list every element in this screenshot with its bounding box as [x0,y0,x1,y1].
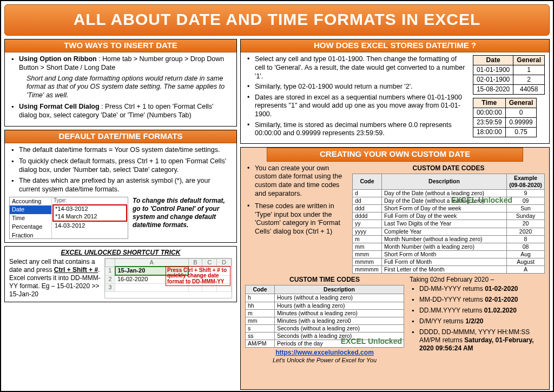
dc-r: yyyy [353,228,382,235]
defaults-side-note: To change this default format, go to 'Co… [133,197,232,229]
dc-r: Complete Year [382,228,507,235]
insert-list: Using Option on Ribbon : Home tab > Numb… [9,55,232,119]
dc-r: Day of the Date (without a leading zero) [382,189,507,197]
time-codes-wrap: CUSTOM TIME CODES Code Description hHour… [245,276,404,364]
category-list: Accounting Date Time Percentage Fraction [10,197,52,238]
defaults-list: The default date/time formats = Your OS … [9,146,232,194]
dc-r: mmmmm [353,266,382,274]
dc-r: yy [353,220,382,228]
stores-title: HOW DOES EXCEL STORES DATE/TIME ? [241,39,549,53]
custom-p1: You can create your own custom date form… [247,164,348,198]
ret-3: DD.MM.YYYY returns 01.02.2020 [412,307,545,315]
defaults-b3: The dates which are prefixed by an aster… [11,177,232,194]
right-column: HOW DOES EXCEL STORES DATE/TIME ? Select… [240,39,550,390]
tc-r: Hours (with a leading zero) [275,302,404,309]
tt-r1c1: 00:00:00 [473,108,505,118]
dc-r: 08 [507,243,545,250]
tc-h1: Code [246,285,275,294]
defaults-b2: To quickly check default formats, press … [11,157,232,174]
dt-r3c2: 44058 [513,85,545,95]
row2-h: 2 [105,275,115,283]
dc-h2: Description [382,174,507,189]
shortcut-row: Select any cell that contains a date and… [9,258,232,298]
example-returns: Taking 02nd February 2020 – DD-MM-YYYY r… [410,276,545,364]
shortcut-title: EXCEL UNLOCKED SHORTCUT TRICK [9,249,232,257]
cat-fraction: Fraction [10,231,51,239]
mini-sheet: A B C D 1 15-Jan-20 2 [104,258,232,298]
defaults-b1: The default date/time formats = Your OS … [11,146,232,155]
asterisk-highlight: *14-03-2012 *14 March 2012 [52,204,127,222]
row3-h: 3 [105,283,115,291]
stores-row: Select any cell and type 01-01-1900. The… [245,55,545,140]
defaults-title: DEFAULT DATE/TIME FORMATS [5,130,236,144]
dt-r1c2: 1 [513,65,545,75]
defaults-row: Accounting Date Time Percentage Fraction… [9,197,232,239]
ret-1a: DD-MM-YYYY returns [419,285,485,293]
insert-note: Short and Long date formatting options w… [27,75,232,100]
dc-r: 2020 [507,228,545,235]
insert-opt2-lead: Using Format Cell Dialog [19,103,100,110]
custom-list: You can create your own custom date form… [245,164,348,236]
date-codes-table: Code Description Example (09-08-2020) dD… [352,174,545,274]
ret-4b: 1/2/20 [465,317,483,325]
dc-r: ddd [353,205,382,212]
ret-2b: 02-01-2020 [485,296,518,303]
ret-3b: 01.02.2020 [484,307,517,314]
tc-r: Seconds (without a leading zero) [275,324,404,332]
dc-r: Day of the Date (without a leading zero) [382,197,507,205]
ret-4: D/M/YY returns 1/2/20 [412,317,545,325]
dt-h2: General [513,56,545,65]
dc-r: 20 [507,220,545,228]
stores-box: HOW DOES EXCEL STORES DATE/TIME ? Select… [240,39,550,144]
dt-r2c1: 02-01-1900 [473,75,513,85]
col-blank [105,258,115,267]
insert-opt1-lead: Using Option on Ribbon [19,55,97,63]
type-label: Type: [52,197,128,204]
left-column: TWO WAYS TO INSERT DATE Using Option on … [4,39,237,390]
stores-b4: Similarly, time is stored as decimal num… [247,121,469,138]
dc-h3: Example (09-08-2020) [507,174,545,189]
tt-r3c1: 18:00:00 [473,128,505,137]
tc-r: Minutes (without a leading zero) [275,309,404,317]
tc-h2: Description [275,285,404,294]
ret-2: MM-DD-YYYY returns 02-01-2020 [412,296,545,304]
dc-r: dd [353,197,382,205]
stores-list: Select any cell and type 01-01-1900. The… [245,55,469,138]
type-item-1: *14-03-2012 [54,205,126,213]
cat-time: Time [10,214,51,223]
type-item-2: *14 March 2012 [54,213,126,221]
tt-r2c1: 23:59:59 [473,118,505,128]
dc-r: 9 [507,189,545,197]
cat-percentage: Percentage [10,223,51,231]
shortcut-callout: Press Ctrl + Shift + # to quickly change… [166,266,230,287]
dc-r: dddd [353,212,382,220]
date-codes-wrap: CUSTOM DATE CODES Code Description Examp… [352,164,545,274]
dc-r: m [353,235,382,243]
dc-r: Aug [507,250,545,258]
format-cells-screenshot: Accounting Date Time Percentage Fraction… [9,197,128,239]
dc-r: Full Form of Month [382,258,507,266]
dt-h1: Date [473,56,513,65]
dt-r2c2: 2 [513,75,545,85]
tc-r: AM/PM [246,340,275,348]
shortcut-text: Select any cell that contains a date and… [9,258,101,298]
dc-r: Last Two Digits of the Year [382,220,507,228]
tagline: Let's Unlock the Power of Excel for You [245,357,404,364]
cat-accounting: Accounting [10,197,51,206]
dc-r: Full Form of Day of the week [382,212,507,220]
tt-h1: Time [473,98,505,108]
stores-b2: Similarly, type 02-01-1900 would return … [247,83,469,91]
dc-r: August [507,258,545,266]
time-codes-title: CUSTOM TIME CODES [245,276,404,284]
site-link[interactable]: https://www.excelunlocked.com [245,349,404,357]
dc-r: Month Number (with a leading zero) [382,243,507,250]
tc-r: hh [246,302,275,309]
dc-h1: Code [353,174,382,189]
columns: TWO WAYS TO INSERT DATE Using Option on … [4,39,550,390]
custom-left: You can create your own custom date form… [245,164,348,274]
ret-3a: DD.MM.YYYY returns [419,307,484,314]
dc-r: Sun [507,205,545,212]
dc-r: mmm [353,250,382,258]
insert-option-dialog: Using Format Cell Dialog : Press Ctrl + … [11,103,232,119]
defaults-box: DEFAULT DATE/TIME FORMATS The default da… [4,130,237,243]
